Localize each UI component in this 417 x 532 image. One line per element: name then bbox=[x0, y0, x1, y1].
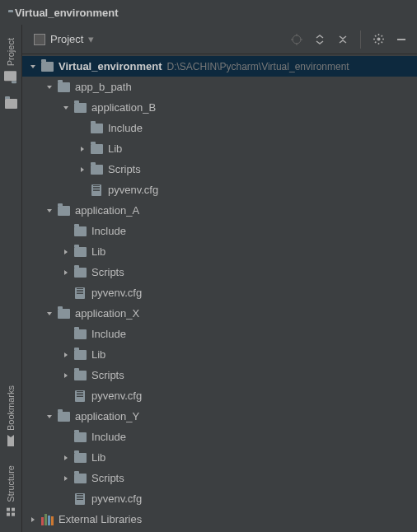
svg-rect-0 bbox=[12, 513, 15, 516]
tree-folder[interactable]: application_X bbox=[22, 303, 417, 324]
chevron-down-icon[interactable] bbox=[44, 205, 55, 217]
collapse-all-icon[interactable] bbox=[334, 30, 352, 49]
folder-icon bbox=[73, 266, 87, 279]
svg-rect-6 bbox=[397, 39, 405, 40]
tree-label: Lib bbox=[108, 142, 122, 155]
folder-icon[interactable] bbox=[4, 97, 17, 110]
tree-folder[interactable]: Lib bbox=[22, 138, 417, 159]
tree-root[interactable]: Virtual_environment D:\SACHIN\Pycharm\Vi… bbox=[22, 56, 417, 77]
chevron-down-icon[interactable] bbox=[44, 411, 55, 422]
chevron-right-icon[interactable] bbox=[77, 164, 88, 175]
file-icon bbox=[73, 287, 87, 300]
chevron-right-icon[interactable] bbox=[60, 349, 72, 361]
tree-label: Include bbox=[91, 225, 126, 237]
folder-icon bbox=[73, 451, 87, 464]
tree-folder[interactable]: Scripts bbox=[22, 159, 417, 180]
project-view-selector[interactable]: Project ▾ bbox=[29, 30, 99, 48]
tree-folder[interactable]: Lib bbox=[22, 241, 417, 262]
folder-icon bbox=[73, 225, 87, 238]
folder-icon bbox=[90, 163, 103, 176]
tree-folder[interactable]: app_b_path bbox=[22, 77, 417, 97]
sidebar-structure[interactable]: Structure bbox=[4, 459, 17, 525]
folder-icon bbox=[73, 472, 87, 485]
sidebar-bookmarks[interactable]: Bookmarks bbox=[4, 379, 17, 454]
tree-label: Lib bbox=[91, 245, 105, 258]
sidebar-project-label: Project bbox=[6, 38, 16, 66]
chevron-right-icon[interactable] bbox=[60, 473, 72, 484]
folder-icon bbox=[57, 204, 70, 217]
tree-folder[interactable]: application_A bbox=[22, 200, 417, 221]
bookmark-icon bbox=[4, 434, 17, 447]
svg-rect-2 bbox=[12, 508, 15, 511]
folder-icon bbox=[73, 431, 87, 444]
hide-icon[interactable] bbox=[392, 30, 410, 49]
root-path: D:\SACHIN\Pycharm\Virtual_environment bbox=[166, 61, 349, 72]
folder-icon bbox=[73, 101, 87, 114]
tree-folder[interactable]: application_Y bbox=[22, 406, 417, 427]
svg-point-4 bbox=[293, 35, 301, 44]
chevron-right-icon[interactable] bbox=[60, 246, 72, 258]
locate-icon[interactable] bbox=[288, 30, 306, 49]
tree-folder[interactable]: Include bbox=[22, 118, 417, 138]
tree-folder[interactable]: Lib bbox=[22, 447, 417, 468]
chevron-down-icon[interactable] bbox=[60, 102, 72, 114]
tree-label: pyvenv.cfg bbox=[108, 184, 158, 196]
tree-label: pyvenv.cfg bbox=[91, 287, 142, 299]
tree-external-libraries[interactable]: External Libraries bbox=[22, 509, 417, 530]
tree-folder[interactable]: application_B bbox=[22, 97, 417, 118]
tree-label: application_B bbox=[91, 101, 156, 114]
folder-icon bbox=[4, 69, 17, 82]
tree-folder[interactable]: Scripts bbox=[22, 262, 417, 282]
tree-file[interactable]: pyvenv.cfg bbox=[22, 385, 417, 406]
chevron-down-icon[interactable] bbox=[27, 61, 39, 72]
folder-icon bbox=[73, 245, 87, 259]
tree-label: application_A bbox=[75, 204, 139, 217]
sidebar-project[interactable]: Project bbox=[4, 31, 17, 89]
panel-title: Project bbox=[50, 33, 83, 45]
structure-icon bbox=[4, 506, 17, 519]
gear-icon[interactable] bbox=[369, 30, 387, 49]
chevron-right-icon[interactable] bbox=[60, 452, 72, 464]
tree-label: app_b_path bbox=[75, 81, 132, 93]
tree-label: Lib bbox=[91, 451, 105, 464]
tree-folder[interactable]: Include bbox=[22, 221, 417, 241]
project-icon bbox=[34, 34, 45, 45]
tree-folder[interactable]: Scripts bbox=[22, 468, 417, 488]
sidebar-structure-label: Structure bbox=[6, 465, 16, 502]
project-panel: Project ▾ Virtual_environment D:\SACHIN\… bbox=[21, 25, 417, 532]
chevron-right-icon[interactable] bbox=[77, 143, 88, 155]
tree-label: Scripts bbox=[91, 472, 124, 484]
chevron-down-icon[interactable] bbox=[44, 308, 55, 320]
titlebar: Virtual_environment bbox=[0, 0, 417, 25]
tool-sidebar: Project Bookmarks Structure bbox=[0, 25, 21, 532]
folder-icon bbox=[57, 81, 70, 94]
tree-folder[interactable]: Include bbox=[22, 324, 417, 344]
tree-label: Scripts bbox=[91, 369, 124, 381]
tree-label: pyvenv.cfg bbox=[91, 492, 142, 505]
chevron-right-icon[interactable] bbox=[60, 370, 72, 381]
svg-rect-3 bbox=[7, 508, 10, 511]
svg-point-5 bbox=[377, 38, 380, 41]
tree-label: pyvenv.cfg bbox=[91, 390, 142, 402]
chevron-right-icon[interactable] bbox=[60, 267, 72, 278]
tree-folder[interactable]: Include bbox=[22, 427, 417, 447]
folder-icon bbox=[57, 307, 70, 320]
expand-all-icon[interactable] bbox=[311, 30, 329, 49]
project-tree[interactable]: Virtual_environment D:\SACHIN\Pycharm\Vi… bbox=[22, 54, 417, 532]
folder-icon bbox=[73, 328, 87, 341]
chevron-down-icon: ▾ bbox=[88, 33, 94, 45]
tree-folder[interactable]: Lib bbox=[22, 344, 417, 365]
svg-rect-1 bbox=[7, 513, 10, 516]
panel-header: Project ▾ bbox=[22, 25, 417, 54]
file-icon bbox=[90, 184, 103, 197]
tree-label: External Libraries bbox=[59, 513, 142, 525]
folder-icon bbox=[40, 60, 54, 73]
tree-file[interactable]: pyvenv.cfg bbox=[22, 180, 417, 200]
tree-label: Lib bbox=[91, 348, 105, 361]
tree-file[interactable]: pyvenv.cfg bbox=[22, 488, 417, 509]
tree-file[interactable]: pyvenv.cfg bbox=[22, 282, 417, 303]
chevron-right-icon[interactable] bbox=[27, 514, 39, 525]
chevron-down-icon[interactable] bbox=[44, 82, 55, 93]
library-icon bbox=[40, 513, 54, 526]
tree-folder[interactable]: Scripts bbox=[22, 365, 417, 385]
